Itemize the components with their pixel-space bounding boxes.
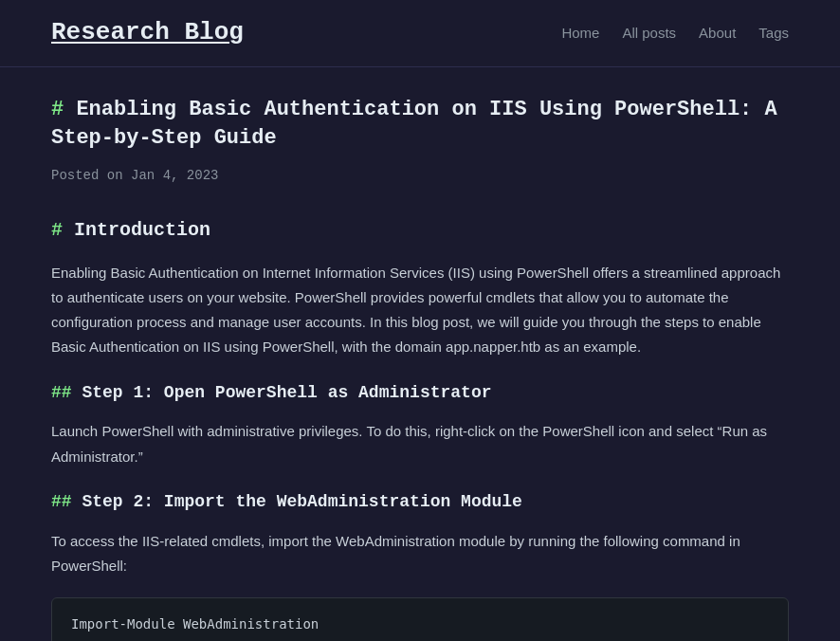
title-text: Enabling Basic Authentication on IIS Usi…	[51, 98, 777, 151]
step2-heading-text: Step 2: Import the WebAdministration Mod…	[82, 492, 521, 511]
section-step1: ## Step 1: Open PowerShell as Administra…	[51, 379, 789, 469]
intro-hash: #	[51, 219, 63, 241]
step2-hash: ##	[51, 492, 72, 511]
section-introduction: # Introduction Enabling Basic Authentica…	[51, 215, 789, 360]
step1-heading-text: Step 1: Open PowerShell as Administrator	[82, 383, 491, 402]
code-block-import: Import-Module WebAdministration	[51, 597, 789, 641]
date-prefix: Posted on	[51, 168, 123, 183]
section-step2-body: To access the IIS-related cmdlets, impor…	[51, 529, 789, 579]
step1-hash: ##	[51, 383, 72, 402]
site-title[interactable]: Research Blog	[51, 13, 244, 53]
code-import-module: Import-Module WebAdministration	[71, 616, 319, 632]
section-step1-body: Launch PowerShell with administrative pr…	[51, 419, 789, 469]
site-header: Research Blog Home All posts About Tags	[0, 0, 840, 67]
nav-all-posts[interactable]: All posts	[622, 22, 676, 45]
nav-home[interactable]: Home	[561, 22, 599, 45]
title-hash: #	[51, 98, 64, 121]
post-title: # Enabling Basic Authentication on IIS U…	[51, 96, 789, 155]
section-step2: ## Step 2: Import the WebAdministration …	[51, 488, 789, 641]
post-date: Posted on Jan 4, 2023	[51, 165, 789, 186]
section-introduction-heading: # Introduction	[51, 215, 789, 246]
section-introduction-body: Enabling Basic Authentication on Interne…	[51, 261, 789, 360]
main-content: # Enabling Basic Authentication on IIS U…	[0, 67, 840, 641]
section-step2-heading: ## Step 2: Import the WebAdministration …	[51, 488, 789, 516]
nav-tags[interactable]: Tags	[758, 22, 789, 45]
nav-about[interactable]: About	[699, 22, 736, 45]
date-value: Jan 4, 2023	[131, 168, 218, 183]
section-step1-heading: ## Step 1: Open PowerShell as Administra…	[51, 379, 789, 407]
main-nav: Home All posts About Tags	[561, 22, 789, 45]
intro-heading-text: Introduction	[74, 219, 210, 241]
